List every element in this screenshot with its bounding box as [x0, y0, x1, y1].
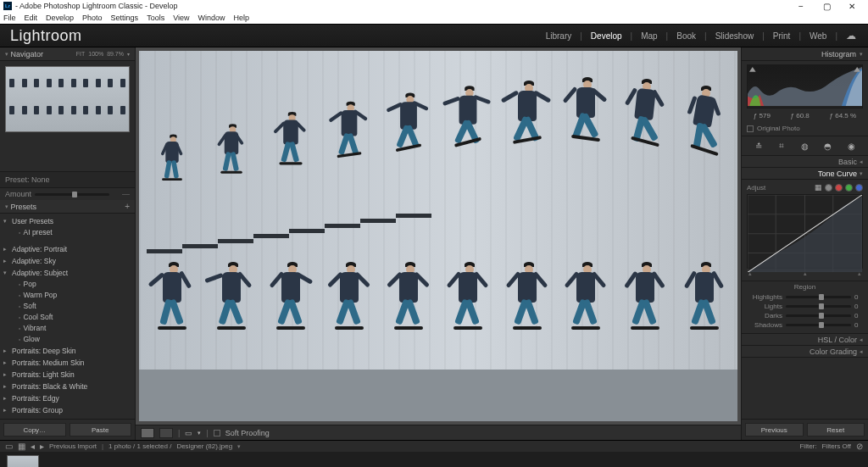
soft-proof-label: Soft Proofing — [225, 429, 270, 437]
preset-item[interactable]: Vibrant — [0, 323, 135, 334]
filmstrip-source[interactable]: Previous Import — [49, 442, 97, 450]
nav-zoom-custom[interactable]: 89.7% — [107, 51, 124, 57]
app-icon: Lr — [3, 2, 12, 10]
tone-curve-chan-r[interactable] — [835, 184, 843, 192]
module-map[interactable]: Map — [639, 31, 659, 41]
preset-item[interactable]: Glow — [0, 334, 135, 345]
forward-icon[interactable]: ▸ — [40, 442, 44, 451]
back-icon[interactable]: ◂ — [31, 442, 35, 451]
histogram[interactable] — [747, 64, 863, 108]
reset-button[interactable]: Reset — [807, 423, 865, 436]
menu-develop[interactable]: Develop — [44, 14, 75, 22]
navigator-header[interactable]: ▾ Navigator FIT 100% 89.7% ▾ — [0, 47, 135, 61]
develop-toolbar: | ▭ ▾ | Soft Proofing — [136, 425, 741, 440]
brand-logo: Lightroom — [10, 27, 82, 45]
module-book[interactable]: Book — [675, 31, 698, 41]
menu-help[interactable]: Help — [232, 14, 252, 22]
grid-view-icon[interactable]: ▦ — [18, 442, 25, 451]
soft-proof-checkbox[interactable] — [214, 430, 220, 436]
region-lights[interactable]: Lights0 — [747, 302, 863, 311]
tone-curve-header[interactable]: Tone Curve▾ — [742, 168, 868, 180]
basic-panel-header[interactable]: Basic◂ — [742, 156, 868, 168]
preset-current: Preset: None — [0, 171, 135, 188]
presets-header[interactable]: ▾ Presets + — [0, 200, 135, 214]
filmstrip-thumbnail[interactable] — [7, 455, 39, 467]
preset-group[interactable]: Adaptive: Portrait — [0, 243, 135, 255]
filter-label: Filter: — [799, 442, 816, 450]
navigator-thumbnail[interactable] — [5, 66, 130, 132]
histogram-header[interactable]: Histogram▾ — [742, 47, 868, 61]
region-darks[interactable]: Darks0 — [747, 311, 863, 320]
maximize-button[interactable]: ▢ — [814, 2, 839, 11]
color-grading-header[interactable]: Color Grading◂ — [742, 346, 868, 358]
crop-icon[interactable]: ⌗ — [776, 140, 787, 152]
preset-group[interactable]: Portraits: Edgy — [0, 392, 135, 404]
close-button[interactable]: ✕ — [839, 2, 865, 11]
nav-zoom-100[interactable]: 100% — [88, 51, 103, 57]
develop-tools: ≛ ⌗ ◍ ◓ ◉ — [742, 136, 868, 156]
preset-item[interactable]: Soft — [0, 301, 135, 312]
module-print[interactable]: Print — [771, 31, 793, 41]
preset-user-presets[interactable]: User Presets — [0, 215, 135, 227]
preset-item[interactable]: Pop — [0, 279, 135, 290]
preset-group[interactable]: Portraits: Medium Skin — [0, 357, 135, 369]
histogram-values: ƒ 579 ƒ 60.8 ƒ 64.5 % — [742, 112, 868, 123]
region-shadows[interactable]: Shadows0 — [747, 320, 863, 330]
copy-button[interactable]: Copy… — [3, 423, 66, 436]
module-develop[interactable]: Develop — [589, 31, 624, 41]
before-after-button[interactable] — [159, 428, 173, 438]
filmstrip[interactable] — [0, 452, 868, 467]
preset-group[interactable]: Portraits: Group — [0, 404, 135, 416]
tone-curve-point-icon[interactable]: ▦ — [815, 183, 822, 192]
adjust-sliders-icon[interactable]: ≛ — [753, 140, 765, 152]
filmstrip-filename: Designer (82).jpeg — [176, 442, 232, 450]
cloud-sync-icon[interactable]: ☁ — [844, 30, 858, 42]
secondary-display-icon[interactable]: ▭ — [5, 442, 13, 451]
minimize-button[interactable]: − — [788, 2, 814, 11]
redeye-icon[interactable]: ◉ — [845, 140, 857, 152]
view-ratio-icon[interactable]: ▭ — [185, 429, 192, 437]
original-photo-toggle[interactable]: Original Photo — [742, 123, 868, 136]
preset-group[interactable]: Portraits: Deep Skin — [0, 345, 135, 357]
mask-icon[interactable]: ◓ — [822, 140, 834, 152]
preset-group[interactable]: Portraits: Light Skin — [0, 369, 135, 381]
menu-settings[interactable]: Settings — [109, 14, 141, 22]
heal-icon[interactable]: ◍ — [798, 140, 810, 152]
nav-fit[interactable]: FIT — [76, 51, 86, 57]
menu-tools[interactable]: Tools — [145, 14, 166, 22]
center-panel: | ▭ ▾ | Soft Proofing — [136, 47, 741, 440]
tone-curve-graph[interactable] — [747, 194, 863, 269]
tone-curve-chan-b[interactable] — [855, 184, 863, 192]
module-web[interactable]: Web — [808, 31, 828, 41]
region-highlights[interactable]: Highlights0 — [747, 292, 863, 302]
previous-button[interactable]: Previous — [745, 423, 804, 436]
preset-item[interactable]: Warm Pop — [0, 290, 135, 301]
preset-amount-slider[interactable]: Amount— — [0, 188, 135, 200]
menu-edit[interactable]: Edit — [23, 14, 40, 22]
window-titlebar: Lr - Adobe Photoshop Lightroom Classic -… — [0, 0, 868, 12]
tone-curve-chan-g[interactable] — [845, 184, 853, 192]
menu-window[interactable]: Window — [197, 14, 227, 22]
tone-curve-chan-rgb[interactable] — [825, 184, 832, 192]
loupe-view-button[interactable] — [141, 428, 154, 438]
filters-off[interactable]: Filters Off — [821, 442, 851, 450]
preset-item[interactable]: Cool Soft — [0, 312, 135, 323]
menu-file[interactable]: File — [2, 14, 18, 22]
hsl-panel-header[interactable]: HSL / Color◂ — [742, 334, 868, 346]
module-slideshow[interactable]: Slideshow — [714, 31, 756, 41]
filmstrip-header: ▭ ▦ ◂ ▸ Previous Import | 1 photo / 1 se… — [0, 440, 868, 452]
menu-photo[interactable]: Photo — [81, 14, 104, 22]
region-title: Region — [747, 283, 863, 291]
menu-bar: File Edit Develop Photo Settings Tools V… — [0, 12, 868, 24]
preset-group[interactable]: Portraits: Black & White — [0, 381, 135, 392]
canvas[interactable] — [136, 47, 741, 425]
tone-curve-adjust-label: Adjust — [747, 184, 765, 192]
preset-group[interactable]: Adaptive: Sky — [0, 255, 135, 267]
module-library[interactable]: Library — [544, 31, 574, 41]
preset-group[interactable]: Adaptive: Subject — [0, 267, 135, 279]
paste-button[interactable]: Paste — [70, 423, 132, 436]
menu-view[interactable]: View — [171, 14, 191, 22]
view-dropdown-icon[interactable]: ▾ — [198, 430, 201, 436]
filter-lock-icon[interactable]: ⊘ — [856, 442, 863, 451]
preset-item[interactable]: AI preset — [0, 227, 135, 238]
